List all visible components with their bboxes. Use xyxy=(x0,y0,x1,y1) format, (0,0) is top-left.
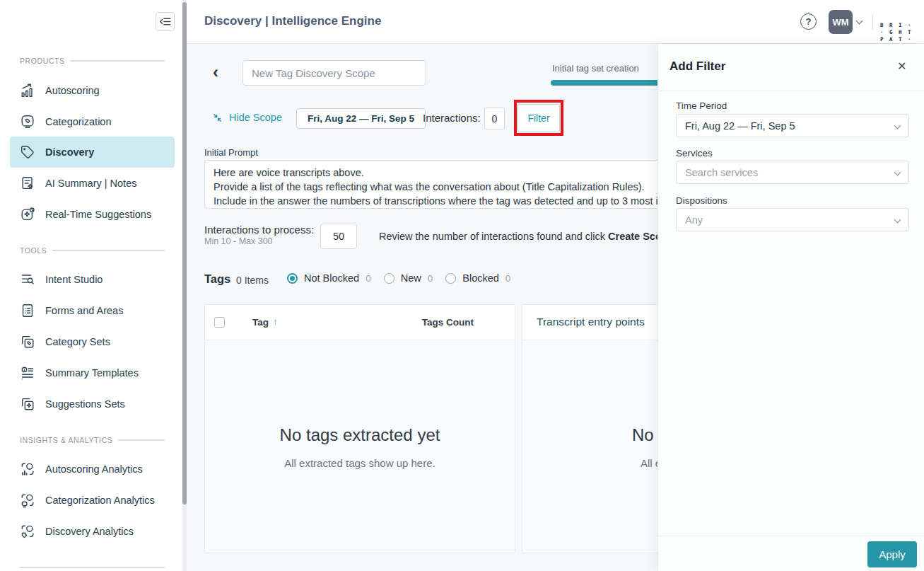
sidebar-item-summary-templates[interactable]: Summary Templates xyxy=(10,357,175,388)
chevron-down-icon xyxy=(894,217,901,224)
back-button[interactable]: ‹ xyxy=(213,61,218,83)
form-document-icon xyxy=(20,303,35,318)
top-header: Discovery | Intelligence Engine ? WM B R… xyxy=(187,0,924,44)
sidebar-item-label: Intent Studio xyxy=(45,274,103,285)
sidebar-item-label: Summary Templates xyxy=(45,367,139,379)
column-header-transcript-entry-points: Transcript entry points xyxy=(537,316,645,328)
chevron-down-icon xyxy=(894,169,901,176)
sidebar-section-insights-analytics: INSIGHTS & ANALYTICS xyxy=(20,436,165,444)
search-category-icon xyxy=(20,492,35,508)
collapse-diagonal-icon xyxy=(212,113,223,123)
sidebar-item-label: Discovery Analytics xyxy=(45,526,134,537)
sidebar-item-label: Categorization xyxy=(45,116,112,127)
dispositions-label: Dispositions xyxy=(676,195,727,206)
page-title: Discovery | Intelligence Engine xyxy=(204,14,381,28)
tags-status-radio-group: Not Blocked 0 New 0 Blocked 0 xyxy=(287,272,517,284)
panel-footer-divider xyxy=(658,536,924,536)
column-header-tag[interactable]: Tag xyxy=(252,317,269,328)
sidebar-item-discovery[interactable]: Discovery xyxy=(10,137,175,168)
document-star-icon xyxy=(20,175,35,191)
time-period-label: Time Period xyxy=(676,100,727,111)
chevron-down-icon[interactable] xyxy=(856,18,863,25)
close-icon[interactable]: ✕ xyxy=(897,59,906,73)
search-bars-icon xyxy=(20,461,35,477)
interactions-to-process-label: Interactions to process: xyxy=(204,224,314,236)
category-badge-icon xyxy=(20,114,35,129)
panel-title: Add Filter xyxy=(669,59,725,74)
radio-blocked[interactable] xyxy=(445,273,456,284)
time-period-select[interactable]: Fri, Aug 22 — Fri, Sep 5 xyxy=(676,114,909,137)
lines-search-icon xyxy=(20,272,35,287)
sidebar-item-label: Forms and Areas xyxy=(45,305,123,316)
sidebar-item-category-sets[interactable]: Category Sets xyxy=(10,326,175,357)
sidebar-item-autoscoring-analytics[interactable]: Autoscoring Analytics xyxy=(10,454,175,485)
sidebar: PRODUCTS Autoscoring Categorization Disc… xyxy=(0,0,182,571)
column-header-tags-count[interactable]: Tags Count xyxy=(422,317,474,328)
sidebar-item-label: Suggestions Sets xyxy=(45,398,125,410)
initial-prompt-label: Initial Prompt xyxy=(204,147,258,158)
interactions-count-badge: 0 xyxy=(484,108,505,129)
add-filter-panel: Add Filter ✕ Time Period Fri, Aug 22 — F… xyxy=(657,44,924,571)
interactions-label: Interactions: xyxy=(423,112,481,124)
empty-state-title: No tags extracted yet xyxy=(205,425,515,445)
review-hint-text: Review the number of interactions found … xyxy=(379,231,674,242)
tags-section-title: Tags xyxy=(204,272,230,286)
sidebar-item-label: Autoscoring Analytics xyxy=(45,463,143,475)
sidebar-item-label: Discovery xyxy=(45,146,94,158)
sidebar-bottom-divider xyxy=(20,567,165,568)
radio-not-blocked[interactable] xyxy=(287,273,298,284)
stacked-category-icon xyxy=(20,334,35,350)
sparkle-clock-icon xyxy=(20,207,35,222)
sidebar-item-forms-and-areas[interactable]: Forms and Areas xyxy=(10,295,175,326)
search-tag-icon xyxy=(20,524,35,539)
sidebar-item-real-time-suggestions[interactable]: Real-Time Suggestions xyxy=(10,199,175,230)
sidebar-item-ai-summary-notes[interactable]: AI Summary | Notes xyxy=(10,168,175,199)
section-label: TOOLS xyxy=(20,246,47,255)
services-label: Services xyxy=(676,148,713,158)
filter-button[interactable]: Filter xyxy=(517,104,560,132)
sidebar-item-label: Categorization Analytics xyxy=(45,495,155,506)
sidebar-item-suggestions-sets[interactable]: Suggestions Sets xyxy=(10,388,175,420)
sidebar-item-label: Autoscoring xyxy=(45,85,100,96)
interactions-to-process-input[interactable] xyxy=(320,224,357,249)
min-max-hint: Min 10 - Max 300 xyxy=(204,236,273,246)
date-range-button[interactable]: Fri, Aug 22 — Fri, Sep 5 xyxy=(296,108,426,129)
dispositions-select[interactable]: Any xyxy=(676,208,909,231)
section-label: INSIGHTS & ANALYTICS xyxy=(20,436,112,444)
stepper-step-label: Initial tag set creation xyxy=(552,63,639,74)
services-select[interactable]: Search services xyxy=(676,161,909,184)
radio-new[interactable] xyxy=(384,273,394,284)
sidebar-item-label: Category Sets xyxy=(45,336,110,347)
sidebar-item-label: AI Summary | Notes xyxy=(45,178,136,189)
section-label: PRODUCTS xyxy=(20,57,65,65)
bar-chart-trend-icon xyxy=(20,83,35,98)
hide-scope-button[interactable]: Hide Scope xyxy=(212,112,282,123)
tag-icon xyxy=(20,144,35,160)
avatar[interactable]: WM xyxy=(829,10,853,34)
apply-button[interactable]: Apply xyxy=(867,541,917,567)
sidebar-item-categorization[interactable]: Categorization xyxy=(10,106,175,137)
sidebar-section-tools: TOOLS xyxy=(20,246,165,255)
empty-state-subtitle: All extracted tags show up here. xyxy=(205,457,515,469)
header-divider xyxy=(872,15,873,30)
sidebar-item-discovery-analytics[interactable]: Discovery Analytics xyxy=(10,516,175,547)
tags-items-count: 0 Items xyxy=(236,275,269,286)
chevron-down-icon xyxy=(894,122,901,129)
info-list-icon xyxy=(20,365,35,381)
scope-name-input[interactable] xyxy=(242,60,426,86)
tags-table: Tag ↑ Tags Count No tags extracted yet A… xyxy=(204,304,515,553)
sidebar-item-intent-studio[interactable]: Intent Studio xyxy=(10,264,175,295)
select-all-checkbox[interactable] xyxy=(214,317,225,328)
tags-table-header: Tag ↑ Tags Count xyxy=(205,305,515,340)
collapse-menu-icon xyxy=(158,15,172,28)
sidebar-section-products: PRODUCTS xyxy=(20,57,165,65)
sidebar-item-label: Real-Time Suggestions xyxy=(45,209,151,220)
sidebar-collapse-button[interactable] xyxy=(156,12,175,31)
sort-ascending-icon[interactable]: ↑ xyxy=(273,316,278,327)
stacked-sparkle-icon xyxy=(20,396,35,412)
sidebar-item-categorization-analytics[interactable]: Categorization Analytics xyxy=(10,485,175,516)
sidebar-item-autoscoring[interactable]: Autoscoring xyxy=(10,75,175,106)
help-icon[interactable]: ? xyxy=(800,13,817,30)
panel-divider xyxy=(658,91,924,91)
